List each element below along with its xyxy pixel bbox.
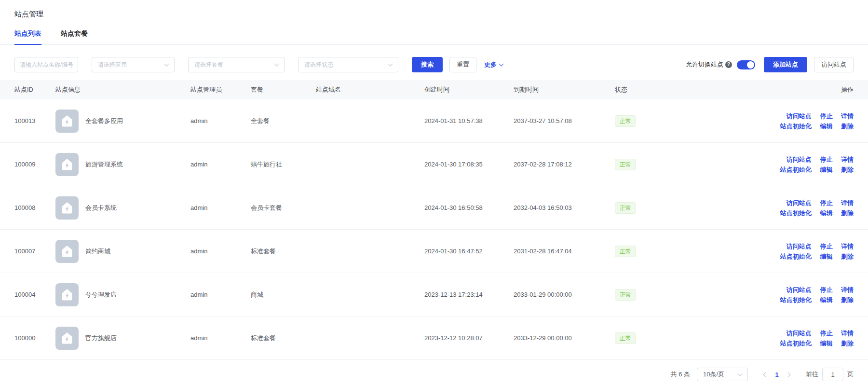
table-row: 100007 简约商城 admin 标准套餐 2024-01-30 16:47:…	[0, 230, 868, 273]
prev-page-button[interactable]	[759, 368, 771, 381]
site-home-flash-icon	[55, 196, 79, 220]
init-site-link[interactable]: 站点初始化	[780, 166, 812, 173]
detail-link[interactable]: 详情	[841, 199, 854, 207]
col-header-created: 创建时间	[424, 85, 514, 94]
site-admin: admin	[190, 248, 251, 255]
col-header-site-id: 站点ID	[14, 85, 55, 94]
page-title: 站点管理	[0, 0, 868, 19]
site-table: 站点ID 站点信息 站点管理员 套餐 站点域名 创建时间 到期时间 状态 操作 …	[0, 80, 868, 360]
page-number-1[interactable]: 1	[771, 371, 783, 378]
detail-link[interactable]: 详情	[841, 156, 854, 163]
delete-link[interactable]: 删除	[841, 296, 854, 303]
col-header-actions: 操作	[692, 85, 854, 94]
created-time: 2023-12-12 10:28:07	[424, 334, 514, 342]
tab-site-list[interactable]: 站点列表	[14, 29, 41, 44]
chevron-down-icon	[738, 372, 743, 376]
init-site-link[interactable]: 站点初始化	[780, 253, 812, 260]
status-select-placeholder: 请选择状态	[304, 61, 333, 69]
site-package: 标准套餐	[251, 334, 316, 343]
status-badge: 正常	[615, 159, 636, 170]
site-home-flash-icon	[55, 327, 79, 350]
site-id: 100009	[14, 161, 55, 168]
delete-link[interactable]: 删除	[841, 123, 854, 130]
site-admin: admin	[190, 334, 251, 342]
created-time: 2024-01-30 16:47:52	[424, 248, 514, 255]
package-select-placeholder: 请选择套餐	[194, 61, 223, 69]
more-button[interactable]: 更多	[484, 60, 503, 69]
edit-link[interactable]: 编辑	[820, 296, 832, 303]
delete-link[interactable]: 删除	[841, 166, 854, 173]
chevron-down-icon	[388, 62, 393, 67]
delete-link[interactable]: 删除	[841, 253, 854, 260]
chevron-down-icon	[164, 62, 169, 67]
table-header: 站点ID 站点信息 站点管理员 套餐 站点域名 创建时间 到期时间 状态 操作	[0, 80, 868, 99]
visit-site-button[interactable]: 访问站点	[814, 57, 854, 72]
col-header-domain: 站点域名	[316, 85, 424, 94]
init-site-link[interactable]: 站点初始化	[780, 340, 812, 347]
status-badge: 正常	[615, 202, 636, 214]
page-size-select[interactable]: 10条/页	[697, 368, 748, 381]
created-time: 2024-01-31 10:57:38	[424, 117, 514, 124]
init-site-link[interactable]: 站点初始化	[780, 209, 812, 217]
site-name: 全套餐多应用	[85, 117, 123, 125]
stop-site-link[interactable]: 停止	[820, 199, 832, 207]
chevron-right-icon	[786, 372, 791, 377]
total-count: 共 6 条	[671, 370, 690, 379]
visit-site-link[interactable]: 访问站点	[787, 243, 812, 250]
edit-link[interactable]: 编辑	[820, 340, 832, 347]
stop-site-link[interactable]: 停止	[820, 286, 832, 293]
detail-link[interactable]: 详情	[841, 243, 854, 250]
visit-site-link[interactable]: 访问站点	[787, 199, 812, 207]
visit-site-link[interactable]: 访问站点	[787, 112, 812, 120]
visit-site-link[interactable]: 访问站点	[787, 156, 812, 163]
status-badge: 正常	[615, 289, 636, 301]
status-select[interactable]: 请选择状态	[298, 57, 398, 72]
expire-time: 2031-02-28 16:47:04	[514, 248, 615, 255]
edit-link[interactable]: 编辑	[820, 123, 832, 130]
site-name: 简约商城	[85, 247, 110, 256]
detail-link[interactable]: 详情	[841, 330, 854, 337]
help-icon[interactable]: ?	[725, 61, 732, 68]
expire-time: 2037-02-28 17:08:12	[514, 161, 615, 168]
detail-link[interactable]: 详情	[841, 112, 854, 120]
more-label: 更多	[484, 60, 497, 69]
site-package: 标准套餐	[251, 247, 316, 256]
col-header-expires: 到期时间	[514, 85, 615, 94]
table-row: 100013 全套餐多应用 admin 全套餐 2024-01-31 10:57…	[0, 99, 868, 143]
status-badge: 正常	[615, 246, 636, 257]
stop-site-link[interactable]: 停止	[820, 112, 832, 120]
expire-time: 2032-04-03 16:50:03	[514, 204, 615, 211]
stop-site-link[interactable]: 停止	[820, 156, 832, 163]
table-row: 100000 官方旗舰店 admin 标准套餐 2023-12-12 10:28…	[0, 317, 868, 360]
reset-button[interactable]: 重置	[449, 57, 476, 72]
site-name: 官方旗舰店	[85, 334, 117, 343]
tab-site-package[interactable]: 站点套餐	[61, 29, 88, 44]
visit-site-link[interactable]: 访问站点	[787, 286, 812, 293]
delete-link[interactable]: 删除	[841, 209, 854, 217]
goto-page-input[interactable]	[822, 368, 843, 381]
expire-time: 2033-12-29 00:00:00	[514, 334, 615, 342]
delete-link[interactable]: 删除	[841, 340, 854, 347]
init-site-link[interactable]: 站点初始化	[780, 296, 812, 303]
detail-link[interactable]: 详情	[841, 286, 854, 293]
package-select[interactable]: 请选择套餐	[188, 57, 285, 72]
col-header-package: 套餐	[251, 85, 316, 94]
init-site-link[interactable]: 站点初始化	[780, 123, 812, 130]
next-page-button[interactable]	[783, 368, 795, 381]
page-unit-label: 页	[847, 370, 854, 379]
app-select[interactable]: 请选择应用	[92, 57, 175, 72]
stop-site-link[interactable]: 停止	[820, 330, 832, 337]
stop-site-link[interactable]: 停止	[820, 243, 832, 250]
visit-site-link[interactable]: 访问站点	[787, 330, 812, 337]
site-home-flash-icon	[55, 153, 79, 176]
edit-link[interactable]: 编辑	[820, 209, 832, 217]
app-select-placeholder: 请选择应用	[98, 61, 127, 69]
search-button[interactable]: 搜索	[412, 57, 443, 72]
edit-link[interactable]: 编辑	[820, 166, 832, 173]
edit-link[interactable]: 编辑	[820, 253, 832, 260]
add-site-button[interactable]: 添加站点	[764, 57, 807, 72]
site-name-input[interactable]	[14, 57, 78, 72]
allow-switch-toggle[interactable]	[737, 60, 755, 69]
col-header-site-info: 站点信息	[55, 85, 190, 94]
site-name: 会员卡系统	[85, 204, 117, 212]
